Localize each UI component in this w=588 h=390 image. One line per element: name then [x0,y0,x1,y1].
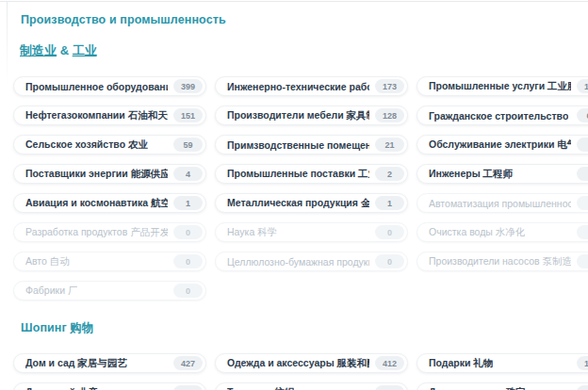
category-label: Промышленные поставки 工业用品 [227,168,369,181]
category-item[interactable]: Инженерно-технические работы 173 [215,76,408,96]
category-count-badge: 0 [577,225,588,239]
category-item[interactable]: Инженеры 工程师 1 [416,164,588,184]
category-item[interactable]: Металлическая продукция 金属制品 1 [215,193,408,213]
category-item[interactable]: Наука 科学 0 [215,222,408,242]
category-item[interactable]: Для детей 儿童 112 [13,382,206,390]
category-item[interactable]: Текстиль 纺织 99 [215,382,408,390]
category-count-badge: 173 [375,79,404,93]
category-item[interactable]: Промышленные поставки 工业用品 2 [215,164,408,184]
category-label: Поставщики энергии 能源供应商 [25,168,168,181]
category-label: Наука 科学 [227,226,277,239]
category-count-badge: 427 [173,356,203,370]
category-count-badge: 151 [173,108,203,122]
category-label: Подарки 礼物 [429,357,493,370]
industry-column-2: Инженерно-технические работы 173 Произво… [215,76,408,301]
category-item[interactable]: Сельское хозяйство 农业 59 [13,135,206,154]
category-label: Фабрики 厂 [25,284,77,298]
category-count-badge: 99 [375,385,404,390]
category-label: Промышленное оборудование [25,81,168,92]
category-item[interactable]: Подарки 礼物 183 [416,353,588,373]
category-label: Для детей 儿童 [25,386,98,390]
section-subtitle-industry: 制造业 & 工业 [20,42,588,59]
category-count-badge: 2 [375,167,404,181]
category-count-badge: 68 [577,108,588,122]
category-item[interactable]: Производители мебели 家具制造商 128 [215,106,408,125]
category-count-badge: 183 [577,356,588,370]
category-label: Производители мебели 家具制造商 [227,109,369,122]
category-item[interactable]: Очистка воды 水净化 0 [416,222,588,242]
section-title-shopping: Шопинг 购物 [21,320,588,336]
category-count-badge: 128 [375,108,404,122]
category-label: Промышленные услуги 工业服务 [429,80,571,93]
category-item[interactable]: Разработка продуктов 产品开发 0 [13,222,206,242]
category-item[interactable]: Автоматизация промышленности 0 [416,193,588,213]
category-label: Металлическая продукция 金属制品 [227,197,369,210]
category-label: Целлюлозно-бумажная продукция [227,256,369,268]
category-item[interactable]: Авто 自动 0 [13,252,206,271]
category-count-badge: 1 [577,167,588,181]
category-label: Текстиль 纺织 [227,386,294,390]
category-label: Обслуживание электрики 电气维护 [429,138,571,152]
category-count-badge: 0 [173,254,203,268]
category-label: Инженерно-технические работы [227,81,369,92]
industry-column-1: Промышленное оборудование 399 Нефтегазок… [13,76,206,301]
category-label: Сельское хозяйство 农业 [25,138,148,152]
subtitle-link-manufacturing[interactable]: 制造业 [20,43,57,57]
shopping-column-1: Дом и сад 家居与园艺 427 Для детей 儿童 112 [13,353,206,390]
category-item[interactable]: Обслуживание электрики 电气维护 8 [416,135,588,154]
category-item[interactable]: Одежда и аксессуары 服装和配饰 412 [215,353,408,373]
category-directory: Производство и промышленность 制造业 & 工业 П… [0,0,588,390]
category-count-badge: 0 [375,254,404,268]
category-item[interactable]: Производители насосов 泵制造商 0 [416,252,588,271]
section-title-industry: Производство и промышленность [21,13,588,26]
category-label: Авто 自动 [25,255,70,268]
category-count-badge: 78 [577,385,588,390]
category-count-badge: 8 [577,138,588,152]
category-item[interactable]: Поставщики энергии 能源供应商 4 [13,164,206,184]
category-count-badge: 59 [173,138,203,152]
shopping-category-grid: Дом и сад 家居与园艺 427 Для детей 儿童 112 Оде… [13,353,588,390]
category-count-badge: 399 [173,79,203,93]
category-item[interactable]: Целлюлозно-бумажная продукция 0 [215,252,408,271]
shopping-column-2: Одежда и аксессуары 服装和配饰 412 Текстиль 纺… [215,353,408,390]
category-label: Очистка воды 水净化 [429,226,525,239]
industry-column-3: Промышленные услуги 工业服务 172 Гражданское… [416,76,588,301]
category-item[interactable]: Драгоценности 珠宝 78 [416,382,588,390]
subtitle-link-industry[interactable]: 工业 [73,43,97,57]
category-label: Дом и сад 家居与园艺 [25,357,127,370]
category-label: Автоматизация промышленности [429,198,571,209]
category-item[interactable]: Авиация и космонавтика 航空和宇航 1 [13,193,206,213]
category-label: Нефтегазокомпании 石油和天然气公司 [25,109,168,122]
category-count-badge: 0 [375,225,404,239]
category-count-badge: 0 [577,254,588,268]
category-item[interactable]: Гражданское строительство 68 [416,106,588,125]
category-item[interactable]: Нефтегазокомпании 石油和天然气公司 151 [13,106,206,125]
category-count-badge: 0 [173,284,203,298]
category-count-badge: 0 [173,225,203,239]
category-count-badge: 0 [577,196,588,210]
category-label: Гражданское строительство [429,110,568,122]
category-count-badge: 21 [375,138,404,152]
category-count-badge: 1 [375,196,404,210]
industry-category-grid: Промышленное оборудование 399 Нефтегазок… [13,76,588,301]
category-count-badge: 172 [577,79,588,93]
category-label: Авиация и космонавтика 航空和宇航 [25,197,168,210]
category-item[interactable]: Дом и сад 家居与园艺 427 [13,353,206,373]
category-count-badge: 4 [173,167,203,181]
category-item[interactable]: Фабрики 厂 0 [13,281,206,301]
subtitle-separator: & [60,43,69,57]
category-label: Драгоценности 珠宝 [429,386,526,390]
category-count-badge: 1 [173,196,203,210]
category-item[interactable]: Примзводственные помещения 21 [215,135,408,154]
category-item[interactable]: Промышленные услуги 工业服务 172 [416,76,588,96]
category-count-badge: 412 [375,356,404,370]
category-label: Производители насосов 泵制造商 [429,255,571,268]
category-count-badge: 112 [173,385,203,390]
category-item[interactable]: Промышленное оборудование 399 [13,76,206,96]
category-label: Инженеры 工程师 [429,168,513,181]
category-label: Примзводственные помещения [227,139,369,151]
category-label: Одежда и аксессуары 服装和配饰 [227,357,369,370]
category-label: Разработка продуктов 产品开发 [25,226,168,239]
shopping-column-3: Подарки 礼物 183 Драгоценности 珠宝 78 [416,353,588,390]
